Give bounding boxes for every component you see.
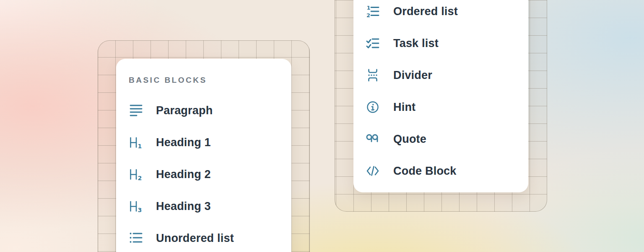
heading-1-icon: 1 bbox=[129, 135, 143, 150]
menu-item-heading-3[interactable]: 3 Heading 3 bbox=[129, 190, 279, 222]
menu-item-heading-1[interactable]: 1 Heading 1 bbox=[129, 126, 279, 158]
code-block-icon bbox=[366, 164, 380, 178]
paragraph-icon bbox=[129, 103, 143, 118]
menu-item-label: Heading 3 bbox=[156, 200, 211, 213]
menu-item-label: Code Block bbox=[393, 165, 457, 178]
menu-item-label: Quote bbox=[393, 133, 426, 146]
menu-item-heading-2[interactable]: 2 Heading 2 bbox=[129, 158, 279, 190]
divider-icon bbox=[366, 68, 380, 82]
ordered-list-icon: 1 2 bbox=[366, 4, 380, 18]
menu-item-label: Ordered list bbox=[393, 5, 458, 18]
svg-text:1: 1 bbox=[138, 143, 142, 150]
heading-2-icon: 2 bbox=[129, 167, 143, 181]
menu-item-task-list[interactable]: Task list bbox=[366, 27, 516, 59]
svg-text:2: 2 bbox=[138, 175, 142, 181]
svg-text:1: 1 bbox=[367, 5, 371, 11]
block-menu-lists: 1 2 Ordered list Task list bbox=[353, 0, 528, 192]
menu-item-paragraph[interactable]: Paragraph bbox=[129, 94, 279, 126]
menu-item-label: Divider bbox=[393, 69, 432, 82]
menu-item-unordered-list[interactable]: Unordered list bbox=[129, 222, 279, 252]
menu-item-label: Heading 2 bbox=[156, 168, 211, 181]
menu-item-ordered-list[interactable]: 1 2 Ordered list bbox=[366, 0, 516, 27]
task-list-icon bbox=[366, 36, 380, 50]
menu-item-quote[interactable]: Quote bbox=[366, 123, 516, 155]
hint-icon bbox=[366, 100, 380, 114]
menu-item-label: Paragraph bbox=[156, 104, 213, 117]
quote-icon bbox=[366, 132, 380, 146]
canvas: BASIC BLOCKS Paragraph 1 Heading 1 bbox=[0, 0, 644, 252]
unordered-list-icon bbox=[129, 231, 143, 245]
menu-item-divider[interactable]: Divider bbox=[366, 59, 516, 91]
menu-item-label: Unordered list bbox=[156, 232, 234, 245]
block-menu-basic-blocks: BASIC BLOCKS Paragraph 1 Heading 1 bbox=[116, 59, 291, 252]
menu-item-label: Hint bbox=[393, 101, 415, 114]
menu-item-code-block[interactable]: Code Block bbox=[366, 155, 516, 187]
heading-3-icon: 3 bbox=[129, 199, 143, 213]
svg-text:2: 2 bbox=[366, 12, 370, 18]
section-header: BASIC BLOCKS bbox=[129, 76, 279, 85]
menu-item-hint[interactable]: Hint bbox=[366, 91, 516, 123]
menu-item-label: Task list bbox=[393, 37, 439, 50]
svg-text:3: 3 bbox=[138, 207, 142, 213]
menu-item-label: Heading 1 bbox=[156, 136, 211, 149]
